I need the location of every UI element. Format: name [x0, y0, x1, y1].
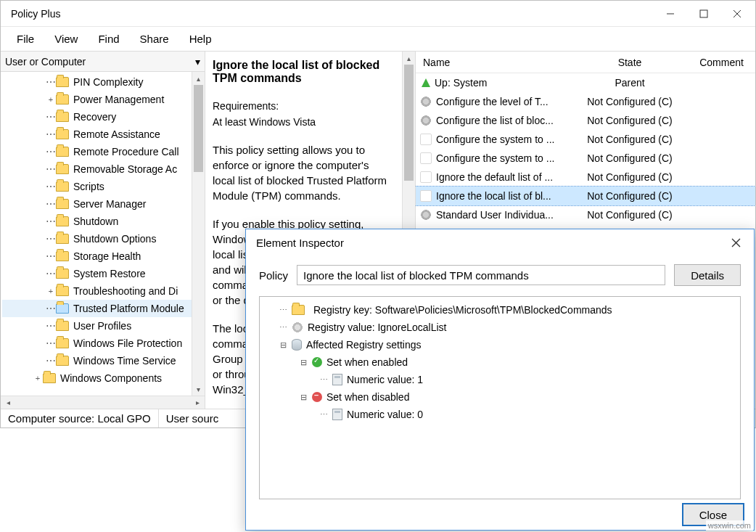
up-label: Up: System [435, 77, 487, 89]
expander[interactable]: ⋯ [319, 375, 328, 385]
folder-icon [56, 181, 69, 192]
tree-item-label: User Profiles [73, 320, 131, 332]
scope-combo[interactable]: User or Computer ▾ [1, 52, 205, 72]
col-name[interactable]: Name [416, 57, 572, 68]
menu-view[interactable]: View [44, 30, 88, 48]
tree-item-label: Shutdown [73, 216, 118, 227]
inspector-tree-label: Set when enabled [326, 356, 408, 368]
list-row[interactable]: Configure the system to ...Not Configure… [416, 130, 755, 149]
expander[interactable]: ⋯ [279, 323, 287, 332]
folder-icon [56, 356, 69, 366]
expander[interactable]: ⊟ [279, 340, 287, 350]
inspector-tree[interactable]: ⋯Registry key: Software\Policies\Microso… [259, 296, 741, 499]
inspector-title: Element Inspector [256, 237, 719, 249]
tree-item-label: System Restore [73, 268, 146, 279]
inspector-tree-label: Affected Registry settings [306, 339, 421, 351]
menu-find[interactable]: Find [88, 30, 129, 48]
tree-item[interactable]: ⋯Scripts [2, 178, 205, 195]
tree-item[interactable]: ⋯User Profiles [2, 317, 205, 335]
folder-icon [56, 147, 69, 157]
policy-row: Policy Details [259, 264, 741, 286]
tree-item[interactable]: +Windows Components [2, 369, 205, 387]
col-comment[interactable]: Comment [688, 57, 755, 68]
tree-item[interactable]: ⋯Storage Health [2, 247, 205, 265]
menu-file[interactable]: File [7, 30, 44, 48]
details-button[interactable]: Details [674, 264, 741, 286]
list-row[interactable]: Configure the level of T...Not Configure… [416, 92, 755, 111]
list-row[interactable]: Configure the list of bloc...Not Configu… [416, 111, 755, 130]
inspector-tree-item[interactable]: ⋯Registry value: IgnoreLocalList [263, 319, 737, 336]
titlebar: Policy Plus [1, 1, 755, 27]
list-row[interactable]: Ignore the local list of bl...Not Config… [416, 187, 755, 205]
tree-item-label: Remote Procedure Call [73, 146, 179, 157]
close-button[interactable] [720, 2, 754, 25]
list-row[interactable]: Configure the system to ...Not Configure… [416, 149, 755, 168]
list-row[interactable]: Standard User Individua...Not Configured… [416, 205, 755, 224]
tree-item[interactable]: ⋯Trusted Platform Module [2, 300, 205, 317]
nav-tree[interactable]: ▴▾ ⋯PIN Complexity+Power Management⋯Reco… [1, 72, 205, 396]
expander[interactable]: ⊟ [299, 358, 308, 367]
tree-item[interactable]: ⋯Windows File Protection [2, 335, 205, 352]
tree-item-label: Windows Components [60, 372, 162, 384]
folder-icon [56, 216, 69, 226]
inspector-body: Policy Details ⋯Registry key: Software\P… [246, 255, 754, 507]
col-state[interactable]: State [572, 57, 688, 68]
tree-item[interactable]: ⋯Shutdown [2, 213, 205, 230]
folder-icon [56, 338, 69, 348]
expander[interactable]: ⋯ [319, 410, 328, 420]
row-state: Not Configured (C) [572, 209, 688, 221]
tree-item-label: Storage Health [73, 250, 141, 262]
folder-icon [56, 321, 69, 331]
tree-item[interactable]: ⋯System Restore [2, 265, 205, 282]
inspector-tree-item[interactable]: ⊟Set when enabled [263, 353, 737, 371]
folder-icon [56, 129, 69, 139]
inspector-tree-item[interactable]: ⊟Affected Registry settings [263, 336, 737, 353]
folder-icon [56, 112, 69, 122]
tree-item[interactable]: ⋯Recovery [2, 108, 205, 126]
inspector-tree-item[interactable]: ⊟Set when disabled [263, 388, 737, 406]
tree-item[interactable]: ⋯Shutdown Options [2, 230, 205, 247]
calculator-icon [332, 374, 342, 385]
scope-combo-label: User or Computer [5, 56, 86, 67]
tree-item[interactable]: ⋯Remote Assistance [2, 126, 205, 143]
inspector-window: Element Inspector Policy Details ⋯Regist… [245, 229, 755, 531]
description-1: This policy setting allows you to enforc… [213, 142, 393, 203]
tree-item[interactable]: ⋯Server Manager [2, 195, 205, 213]
tree-item[interactable]: ⋯Removable Storage Ac [2, 160, 205, 178]
row-name: Ignore the default list of ... [436, 171, 553, 183]
list-row[interactable]: Ignore the default list of ...Not Config… [416, 168, 755, 187]
up-state: Parent [572, 77, 688, 89]
tree-item-label: Shutdown Options [73, 233, 156, 245]
inspector-tree-item[interactable]: ⋯Numeric value: 0 [263, 406, 737, 423]
maximize-button[interactable] [687, 2, 720, 25]
tree-item[interactable]: ⋯PIN Complexity [2, 73, 205, 91]
row-name: Configure the system to ... [436, 134, 554, 145]
row-name: Standard User Individua... [436, 209, 554, 221]
expander[interactable]: ⋯ [279, 306, 287, 315]
folder-icon [56, 303, 69, 314]
inspector-tree-item[interactable]: ⋯Registry key: Software\Policies\Microso… [263, 301, 737, 319]
tree-item[interactable]: +Troubleshooting and Di [2, 282, 205, 300]
policy-input[interactable] [297, 265, 665, 285]
inspector-tree-label: Numeric value: 0 [347, 409, 423, 420]
minimize-button[interactable] [654, 2, 687, 25]
menu-share[interactable]: Share [130, 30, 179, 48]
database-icon [292, 339, 302, 351]
list-up-row[interactable]: Up: SystemParent [416, 73, 755, 92]
inspector-tree-label: Numeric value: 1 [347, 374, 423, 385]
tree-item[interactable]: +Power Management [2, 91, 205, 108]
inspector-close-icon[interactable] [719, 231, 752, 254]
tree-item[interactable]: ⋯Windows Time Service [2, 352, 205, 369]
folder-icon [43, 373, 56, 383]
row-name: Configure the level of T... [436, 96, 548, 107]
inspector-titlebar: Element Inspector [246, 229, 754, 255]
expander[interactable]: ⊟ [299, 393, 308, 402]
tree-item[interactable]: ⋯Remote Procedure Call [2, 143, 205, 160]
tree-scrollbar[interactable]: ▴▾ [192, 72, 205, 396]
window-title: Policy Plus [11, 8, 654, 20]
inspector-tree-item[interactable]: ⋯Numeric value: 1 [263, 371, 737, 388]
tree-hscrollbar[interactable]: ◂▸ [1, 396, 205, 409]
tree-item-label: Recovery [73, 111, 116, 123]
menu-help[interactable]: Help [179, 30, 222, 48]
watermark: wsxwin.com [706, 520, 753, 531]
